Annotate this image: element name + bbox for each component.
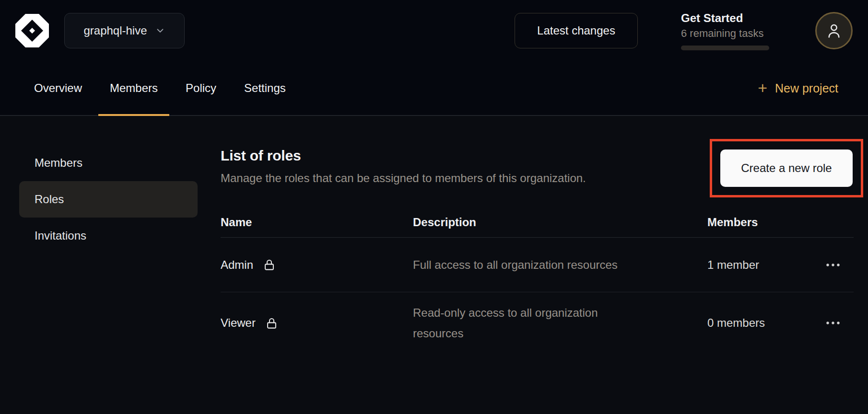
user-icon — [825, 22, 843, 40]
role-name: Admin — [221, 258, 253, 272]
table-row-admin: Admin Full access to all organization re… — [221, 238, 854, 292]
latest-changes-button[interactable]: Latest changes — [515, 13, 638, 48]
role-members-count: 0 members — [707, 316, 822, 330]
ellipsis-icon — [825, 321, 841, 325]
role-description: Full access to all organization resource… — [413, 254, 648, 275]
tab-settings[interactable]: Settings — [233, 61, 297, 115]
lock-icon — [263, 258, 276, 271]
sidebar-item-roles[interactable]: Roles — [19, 181, 198, 218]
new-project-label: New project — [775, 81, 838, 95]
org-selector-dropdown[interactable]: graphql-hive — [64, 13, 185, 48]
org-name: graphql-hive — [83, 24, 147, 37]
column-header-members: Members — [707, 216, 822, 229]
role-description: Read-only access to all organization res… — [413, 302, 648, 344]
members-sidebar: Members Roles Invitations — [19, 116, 198, 414]
role-actions-cell — [822, 316, 854, 330]
tab-policy[interactable]: Policy — [174, 61, 228, 115]
page: graphql-hive Latest changes Get Started … — [0, 0, 868, 414]
user-avatar[interactable] — [815, 12, 853, 49]
table-header-row: Name Description Members — [221, 207, 854, 238]
table-row-viewer: Viewer Read-only access to all organizat… — [221, 292, 854, 354]
sidebar-item-members[interactable]: Members — [19, 145, 198, 181]
lock-icon — [265, 317, 278, 330]
role-members-count: 1 member — [707, 258, 822, 272]
role-name-cell: Viewer — [221, 316, 413, 330]
org-tab-bar: Overview Members Policy Settings + New p… — [0, 61, 868, 116]
row-menu-button[interactable] — [822, 316, 844, 330]
column-header-description: Description — [413, 216, 707, 229]
chevron-down-icon — [155, 25, 165, 36]
tab-overview[interactable]: Overview — [23, 61, 94, 115]
top-bar: graphql-hive Latest changes Get Started … — [0, 0, 868, 61]
get-started-remaining-tasks: 6 remaining tasks — [681, 27, 769, 40]
new-project-link[interactable]: + New project — [758, 61, 838, 115]
hive-logo-icon[interactable] — [15, 14, 49, 47]
ellipsis-icon — [825, 263, 841, 267]
role-name-cell: Admin — [221, 258, 413, 272]
get-started-progress-bar — [681, 46, 769, 50]
roles-table: Name Description Members Admin — [221, 207, 854, 354]
role-actions-cell — [822, 258, 854, 272]
sidebar-item-invitations[interactable]: Invitations — [19, 218, 198, 254]
column-header-name: Name — [221, 216, 413, 229]
get-started-widget[interactable]: Get Started 6 remaining tasks — [681, 12, 769, 50]
plus-icon: + — [758, 80, 767, 96]
role-name: Viewer — [221, 316, 256, 330]
create-new-role-button[interactable]: Create a new role — [720, 150, 853, 187]
get-started-title: Get Started — [681, 12, 769, 25]
row-menu-button[interactable] — [822, 258, 844, 272]
tab-members[interactable]: Members — [98, 61, 169, 115]
